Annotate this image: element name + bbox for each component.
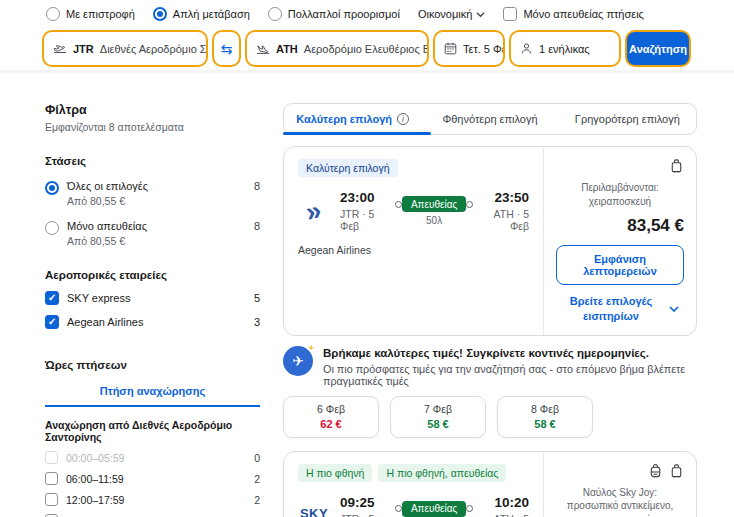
calendar-icon	[444, 42, 457, 55]
flight-card-aegean[interactable]: Καλύτερη επιλογή » 23:00 JTR · 5 Φεβ Απε…	[283, 146, 697, 336]
airlines-section-title: Αεροπορικές εταιρείες	[45, 269, 260, 281]
price-panel: Ναύλος Sky Joy: προσωπικό αντικείμενο, χ…	[543, 452, 696, 517]
banner-title: Βρήκαμε καλύτερες τιμές! Συγκρίνετε κοντ…	[323, 347, 697, 359]
baggage-note: Περιλαμβάνονται: χειραποσκευή	[556, 181, 684, 208]
checkbox-icon[interactable]	[503, 7, 517, 21]
trip-option-label: Απλή μετάβαση	[173, 8, 250, 20]
direct-badge: Απευθείας	[402, 501, 466, 517]
time-slot-label: 00:00–05:59	[66, 452, 246, 464]
departure-time: 09:25	[340, 495, 385, 510]
tab-best-option[interactable]: Καλύτερη επιλογή i	[284, 104, 421, 134]
checkbox-checked-icon[interactable]	[45, 291, 59, 305]
date-value: Τετ. 5 Φεβ	[463, 43, 505, 55]
checkbox-icon[interactable]	[45, 472, 58, 485]
chip-date: 8 Φεβ	[531, 403, 559, 415]
chip-date: 7 Φεβ	[424, 403, 452, 415]
ticket-options-link[interactable]: Βρείτε επιλογές εισιτηρίων	[556, 294, 684, 324]
direct-only-checkbox-row[interactable]: Μόνο απευθείας πτήσεις	[503, 7, 644, 21]
chevron-down-icon	[476, 10, 485, 19]
chip-price: 62 €	[320, 418, 341, 430]
trip-option-multicity[interactable]: Πολλαπλοί προορισμοί	[268, 7, 400, 21]
departure-group-title: Αναχώρηση από Διεθνές Αεροδρόμιο Σαντορί…	[45, 419, 260, 443]
time-slot[interactable]: 12:00–17:59 2	[45, 493, 260, 506]
radio-icon[interactable]	[45, 221, 59, 235]
departure-time: 23:00	[340, 190, 385, 205]
tab-departure-flight[interactable]: Πτήση αναχώρησης	[45, 385, 260, 407]
stops-section-title: Στάσεις	[45, 155, 260, 167]
tab-label: Γρηγορότερη επιλογή	[575, 113, 680, 125]
passengers-value: 1 ενήλικας	[539, 43, 590, 55]
stops-option-price: Από 80,55 €	[67, 235, 246, 247]
chevron-down-icon	[669, 306, 679, 312]
date-field[interactable]: Τετ. 5 Φεβ	[433, 30, 505, 67]
flight-duration: 50λ	[426, 215, 442, 226]
swap-airports-button[interactable]: ⇆	[212, 30, 241, 67]
cabin-bag-icon	[669, 463, 684, 479]
arrival-airport-date: ATH · 5 Φεβ	[483, 513, 529, 517]
trip-option-roundtrip[interactable]: Με επιστροφή	[46, 7, 135, 21]
chip-price: 58 €	[534, 418, 555, 430]
flight-path-graphic: Απευθείας 55λ	[395, 501, 473, 517]
radio-selected-icon[interactable]	[45, 181, 59, 195]
banner-subtitle: Οι πιο πρόσφατες τιμές για την αναζήτησή…	[323, 363, 697, 387]
stops-option-all[interactable]: Όλες οι επιλογές Από 80,55 € 8	[45, 180, 260, 207]
best-option-badge: Καλύτερη επιλογή	[298, 159, 398, 177]
trip-option-label: Πολλαπλοί προορισμοί	[288, 8, 400, 20]
radio-icon[interactable]	[46, 7, 60, 21]
sky-express-logo: SKY express	[298, 500, 330, 517]
tab-label: Καλύτερη επιλογή	[296, 113, 392, 125]
sort-tabs: Καλύτερη επιλογή i Φθηνότερη επιλογή Γρη…	[283, 103, 697, 135]
cabin-class-dropdown[interactable]: Οικονομική	[418, 8, 486, 20]
checkbox-icon[interactable]	[45, 493, 58, 506]
flight-card-main: Η πιο φθηνή Η πιο φθηνή, απευθείας SKY e…	[284, 452, 543, 517]
date-chip-feb7[interactable]: 7 Φεβ 58 €	[390, 396, 486, 438]
plane-takeoff-icon	[53, 42, 67, 56]
date-chip-feb6[interactable]: 6 Φεβ 62 €	[283, 396, 379, 438]
tab-fastest-option[interactable]: Γρηγορότερη επιλογή	[559, 104, 696, 134]
cabin-class-value: Οικονομική	[418, 8, 473, 20]
radio-icon[interactable]	[268, 7, 282, 21]
times-section-title: Ώρες πτήσεων	[45, 359, 260, 371]
airline-filter-sky[interactable]: SKY express 5	[45, 291, 260, 305]
checkbox-disabled-icon	[45, 451, 58, 464]
destination-field[interactable]: ATH Αεροδρόμιο Ελευθέριος Βεν...	[245, 30, 429, 67]
time-slot-label: 06:00–11:59	[66, 473, 246, 485]
radio-selected-icon[interactable]	[153, 7, 167, 21]
show-details-button[interactable]: Εμφάνιση λεπτομερειών	[556, 245, 684, 285]
cheapest-direct-badge: Η πιο φθηνή, απευθείας	[378, 464, 506, 482]
stops-option-direct[interactable]: Μόνο απευθείας Από 80,55 € 8	[45, 220, 260, 247]
time-slot-count: 0	[254, 452, 260, 464]
filters-sidebar: Φίλτρα Εμφανίζονται 8 αποτελέσματα Στάσε…	[45, 103, 260, 517]
passengers-field[interactable]: 1 ενήλικας	[509, 30, 621, 67]
destination-code: ATH	[276, 43, 298, 55]
airline-filter-label: Aegean Airlines	[67, 316, 246, 328]
trip-option-oneway[interactable]: Απλή μετάβαση	[153, 7, 250, 21]
airline-filter-aegean[interactable]: Aegean Airlines 3	[45, 315, 260, 329]
flight-leg: » 23:00 JTR · 5 Φεβ Απευθείας 50λ	[298, 190, 529, 232]
stops-option-price: Από 80,55 €	[67, 195, 246, 207]
stops-option-label: Μόνο απευθείας	[67, 220, 147, 232]
info-icon[interactable]: i	[397, 113, 409, 125]
departure-block: 09:25 JTR · 5 Φεβ	[340, 495, 385, 517]
time-slot[interactable]: 06:00–11:59 2	[45, 472, 260, 485]
airline-filter-label: SKY express	[67, 292, 246, 304]
checkbox-checked-icon[interactable]	[45, 315, 59, 329]
airline-filter-count: 3	[254, 316, 260, 328]
origin-field[interactable]: JTR Διεθνές Αεροδρόμιο Σαντορ...	[42, 30, 208, 67]
tab-cheapest-option[interactable]: Φθηνότερη επιλογή	[421, 104, 558, 134]
departure-airport-date: JTR · 5 Φεβ	[340, 513, 385, 517]
search-button[interactable]: Αναζήτηση	[625, 30, 691, 67]
time-slot-count: 2	[254, 494, 260, 506]
date-chip-feb8[interactable]: 8 Φεβ 58 €	[497, 396, 593, 438]
tab-label: Φθηνότερη επιλογή	[442, 113, 537, 125]
search-button-label: Αναζήτηση	[629, 43, 687, 55]
cabin-bag-icon	[669, 158, 684, 174]
person-icon	[520, 42, 533, 55]
time-slot[interactable]: 00:00–05:59 0	[45, 451, 260, 464]
arrival-time: 10:20	[483, 495, 529, 510]
path-end-dot	[466, 201, 473, 208]
baggage-note: Ναύλος Sky Joy: προσωπικό αντικείμενο, χ…	[556, 486, 684, 517]
departure-block: 23:00 JTR · 5 Φεβ	[340, 190, 385, 232]
swap-arrows-icon: ⇆	[221, 41, 233, 57]
flight-card-sky-express[interactable]: Η πιο φθηνή Η πιο φθηνή, απευθείας SKY e…	[283, 451, 697, 517]
